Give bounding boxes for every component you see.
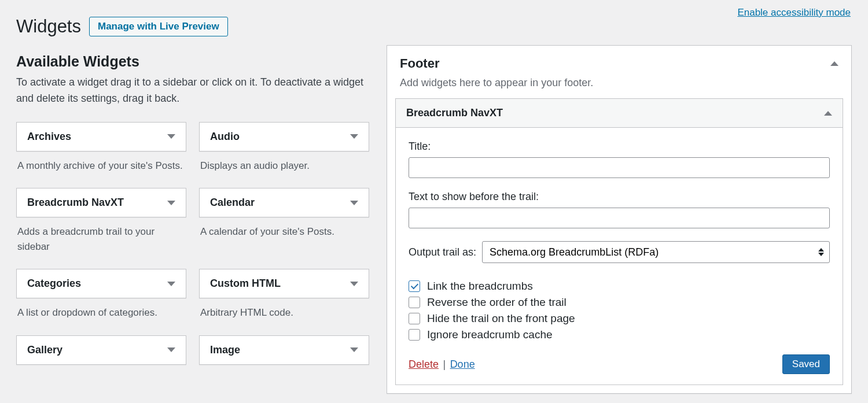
widget-instance-breadcrumb-navxt: Breadcrumb NavXT Title: Text to show bef… <box>395 98 843 385</box>
ignore-cache-label: Ignore breadcrumb cache <box>427 328 553 341</box>
widget-label: Calendar <box>210 197 255 209</box>
ignore-cache-checkbox[interactable] <box>409 329 420 341</box>
reverse-order-label: Reverse the order of the trail <box>427 296 567 309</box>
chevron-up-icon <box>830 61 838 66</box>
title-input[interactable] <box>409 157 830 178</box>
sidebar-title: Footer <box>400 56 439 71</box>
widget-label: Audio <box>210 131 240 143</box>
hide-front-page-checkbox[interactable] <box>409 313 420 324</box>
done-link[interactable]: Done <box>450 358 475 370</box>
delete-link[interactable]: Delete <box>409 358 439 370</box>
available-widgets-desc: To activate a widget drag it to a sideba… <box>16 75 369 107</box>
chevron-down-icon <box>167 134 175 139</box>
output-trail-label: Output trail as: <box>409 246 476 258</box>
widget-label: Custom HTML <box>210 278 281 290</box>
widget-label: Gallery <box>27 344 62 356</box>
widget-desc: A calendar of your site's Posts. <box>199 217 369 254</box>
widget-custom-html[interactable]: Custom HTML <box>199 269 369 298</box>
chevron-down-icon <box>350 201 358 205</box>
chevron-up-icon <box>824 111 832 116</box>
chevron-down-icon <box>167 282 175 286</box>
widget-archives[interactable]: Archives <box>16 122 186 151</box>
widget-desc: Displays an audio player. <box>199 151 369 188</box>
widget-calendar[interactable]: Calendar <box>199 188 369 217</box>
page-title: Widgets <box>16 16 81 37</box>
manage-live-preview-button[interactable]: Manage with Live Preview <box>89 17 228 36</box>
chevron-down-icon <box>350 347 358 352</box>
widget-label: Archives <box>27 131 71 143</box>
widget-desc: A list or dropdown of categories. <box>16 298 186 335</box>
accessibility-mode-link[interactable]: Enable accessibility mode <box>737 7 851 19</box>
widget-desc: Adds a breadcrumb trail to your sidebar <box>16 217 186 269</box>
widget-categories[interactable]: Categories <box>16 269 186 298</box>
chevron-down-icon <box>167 347 175 352</box>
widget-gallery[interactable]: Gallery <box>16 335 186 365</box>
chevron-down-icon <box>167 201 175 205</box>
link-breadcrumbs-label: Link the breadcrumbs <box>427 280 533 293</box>
sidebar-footer-area: Footer Add widgets here to appear in you… <box>387 45 852 394</box>
link-breadcrumbs-checkbox[interactable] <box>409 280 420 292</box>
title-label: Title: <box>409 141 830 153</box>
before-trail-input[interactable] <box>409 208 830 228</box>
output-trail-select[interactable]: Schema.org BreadcrumbList (RDFa) <box>482 241 830 263</box>
chevron-down-icon <box>350 282 358 286</box>
chevron-down-icon <box>350 134 358 139</box>
reverse-order-checkbox[interactable] <box>409 297 420 308</box>
available-widgets-heading: Available Widgets <box>16 53 369 70</box>
widget-image[interactable]: Image <box>199 335 369 365</box>
saved-button[interactable]: Saved <box>782 354 830 374</box>
sidebar-desc: Add widgets here to appear in your foote… <box>387 71 851 98</box>
widget-desc: A monthly archive of your site's Posts. <box>16 151 186 188</box>
sidebar-header[interactable]: Footer <box>387 46 851 71</box>
widget-label: Categories <box>27 278 81 290</box>
widget-desc: Arbitrary HTML code. <box>199 298 369 335</box>
widget-breadcrumb-navxt[interactable]: Breadcrumb NavXT <box>16 188 186 217</box>
widget-instance-title: Breadcrumb NavXT <box>406 107 503 119</box>
hide-front-page-label: Hide the trail on the front page <box>427 312 575 325</box>
widget-instance-toggle[interactable]: Breadcrumb NavXT <box>396 99 843 128</box>
widget-label: Image <box>210 344 240 356</box>
separator: | <box>441 358 447 370</box>
before-trail-label: Text to show before the trail: <box>409 191 830 203</box>
widget-label: Breadcrumb NavXT <box>27 197 124 209</box>
widget-audio[interactable]: Audio <box>199 122 369 151</box>
